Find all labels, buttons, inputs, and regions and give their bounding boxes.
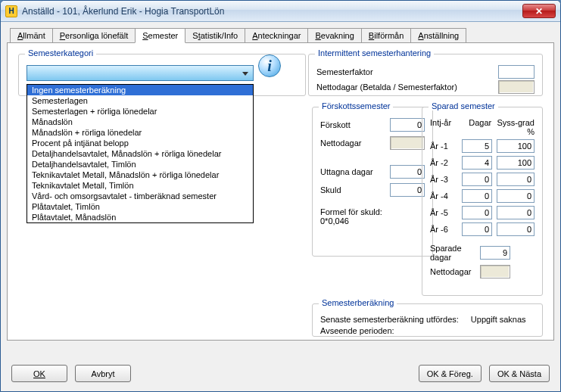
label-semesterfaktor: Semesterfaktor xyxy=(316,67,373,76)
year-label: År -6 xyxy=(430,225,457,234)
label-formel: Formel för skuld: xyxy=(320,207,425,216)
tab-bilf-rm-n[interactable]: Bilförmån xyxy=(361,28,411,43)
year-label: År -5 xyxy=(430,208,457,217)
input-dagar[interactable] xyxy=(462,173,492,186)
avbryt-button[interactable]: Avbryt xyxy=(75,365,131,382)
label-avseende: Avseende perioden: xyxy=(320,326,394,335)
input-semesterfaktor[interactable] xyxy=(498,65,535,79)
input-dagar[interactable] xyxy=(462,139,492,153)
col-syss: Syss-grad % xyxy=(496,118,535,136)
semesterkategori-dropdown[interactable]: Ingen semesterberäkningSemesterlagenSeme… xyxy=(26,84,254,223)
label-forskott: Förskott xyxy=(320,120,351,129)
sparad-year-row: År -6 xyxy=(430,222,535,236)
app-window: H Anställd - 101, Åkerlund Erik - Hogia … xyxy=(0,0,561,392)
ok-button[interactable]: OK xyxy=(11,365,67,382)
sparad-year-row: År -4 xyxy=(430,189,535,203)
group-forskott: Förskottssemester Förskott Nettodagar Ut… xyxy=(312,107,433,257)
group-legend: Semesterkategori xyxy=(25,48,96,58)
sparad-year-row: År -5 xyxy=(430,206,535,219)
dropdown-option[interactable]: Semesterlagen xyxy=(27,95,253,106)
year-label: År -4 xyxy=(430,191,457,201)
readonly-nettodagar-inter xyxy=(498,80,535,94)
dropdown-option[interactable]: Plåtavtalet, Timlön xyxy=(27,201,253,212)
app-icon: H xyxy=(5,5,17,17)
tab-anst-llning[interactable]: Anställning xyxy=(410,28,466,43)
label-sparade-dagar: Sparade dagar xyxy=(430,244,475,262)
tab-strip: AllmäntPersonliga lönefältSemesterStatis… xyxy=(7,28,554,43)
button-bar: OK Avbryt OK & Föreg. OK & Nästa xyxy=(11,365,550,382)
group-legend: Förskottssemester xyxy=(319,101,393,110)
window-title: Anställd - 101, Åkerlund Erik - Hogia Tr… xyxy=(22,6,224,17)
dropdown-option[interactable]: Detaljhandelsavtalet, Månadslön + rörlig… xyxy=(27,148,253,159)
label-senaste: Senaste semesterberäkning utfördes: xyxy=(320,315,459,324)
tab-panel-semester: Semesterkategori i Intermittent semester… xyxy=(7,42,554,341)
tab-personliga-l-nef-lt[interactable]: Personliga lönefält xyxy=(52,28,136,43)
input-dagar[interactable] xyxy=(462,206,492,219)
input-skuld[interactable] xyxy=(390,183,425,197)
tab-bevakning[interactable]: Bevakning xyxy=(307,28,361,43)
sparad-year-row: År -1 xyxy=(430,139,535,153)
input-syssgrad[interactable] xyxy=(497,156,535,170)
tab-allm-nt[interactable]: Allmänt xyxy=(10,28,53,43)
input-dagar[interactable] xyxy=(462,189,492,203)
input-dagar[interactable] xyxy=(462,156,492,170)
input-uttagna[interactable] xyxy=(390,165,425,179)
dropdown-option[interactable]: Detaljhandelsavtalet, Timlön xyxy=(27,159,253,170)
dropdown-option[interactable]: Månadslön xyxy=(27,117,253,127)
titlebar: H Anställd - 101, Åkerlund Erik - Hogia … xyxy=(1,1,560,22)
input-syssgrad[interactable] xyxy=(497,139,535,153)
input-dagar[interactable] xyxy=(462,222,492,236)
input-syssgrad[interactable] xyxy=(497,173,535,186)
label-nettodagar-inter: Nettodagar (Betalda / Semesterfaktor) xyxy=(316,82,457,92)
dropdown-option[interactable]: Plåtavtalet, Månadslön xyxy=(27,212,253,222)
year-label: År -3 xyxy=(430,175,457,184)
tab-statistik-info[interactable]: Statistik/Info xyxy=(185,28,245,43)
readonly-nettodagar-spar xyxy=(480,265,510,278)
group-legend: Sparad semester xyxy=(429,101,498,110)
dropdown-option[interactable]: Teknikavtalet Metall, Timlön xyxy=(27,180,253,191)
input-forskott[interactable] xyxy=(390,118,425,132)
ok-nasta-button[interactable]: OK & Nästa xyxy=(489,365,550,382)
dropdown-option[interactable]: Vård- och omsorgsavtalet - timberäknad s… xyxy=(27,191,253,201)
dropdown-option[interactable]: Ingen semesterberäkning xyxy=(27,85,253,95)
label-nettodagar-for: Nettodagar xyxy=(320,138,361,148)
sparad-year-row: År -3 xyxy=(430,173,535,186)
tab-anteckningar[interactable]: Anteckningar xyxy=(245,28,308,43)
close-button[interactable]: ✕ xyxy=(522,4,556,18)
client-area: AllmäntPersonliga lönefältSemesterStatis… xyxy=(1,22,560,391)
input-syssgrad[interactable] xyxy=(497,189,535,203)
value-formel: 0*0,046 xyxy=(320,216,425,226)
semesterkategori-combo[interactable] xyxy=(26,65,254,81)
group-sparad: Sparad semester Intj-år Dagar Syss-grad … xyxy=(422,107,543,296)
readonly-nettodagar-for xyxy=(390,136,425,150)
readonly-sparade-dagar xyxy=(480,246,510,260)
ok-foreg-button[interactable]: OK & Föreg. xyxy=(419,365,482,382)
input-syssgrad[interactable] xyxy=(497,206,535,219)
dropdown-option[interactable]: Månadslön + rörliga lönedelar xyxy=(27,127,253,138)
value-senaste: Uppgift saknas xyxy=(471,315,526,324)
group-intermittent: Intermittent semesterhantering Semesterf… xyxy=(308,54,543,96)
input-syssgrad[interactable] xyxy=(497,222,535,236)
dropdown-option[interactable]: Semesterlagen + rörliga lönedelar xyxy=(27,106,253,117)
tab-semester[interactable]: Semester xyxy=(135,28,185,43)
group-legend: Intermittent semesterhantering xyxy=(315,48,434,58)
year-label: År -1 xyxy=(430,142,457,151)
label-uttagna: Uttagna dagar xyxy=(320,167,373,176)
col-intjar: Intj-år xyxy=(430,118,459,136)
group-legend: Semesterberäkning xyxy=(319,298,397,307)
col-dagar: Dagar xyxy=(463,118,492,136)
label-nettodagar-spar: Nettodagar xyxy=(430,267,475,276)
label-skuld: Skuld xyxy=(320,185,341,194)
year-label: År -2 xyxy=(430,158,457,167)
info-icon[interactable]: i xyxy=(258,54,281,77)
dropdown-option[interactable]: Procent på intjänat belopp xyxy=(27,138,253,148)
dropdown-option[interactable]: Teknikavtalet Metall, Månadslön + rörlig… xyxy=(27,170,253,180)
sparad-year-row: År -2 xyxy=(430,156,535,170)
group-semesterberakning: Semesterberäkning Senaste semesterberäkn… xyxy=(312,303,543,337)
